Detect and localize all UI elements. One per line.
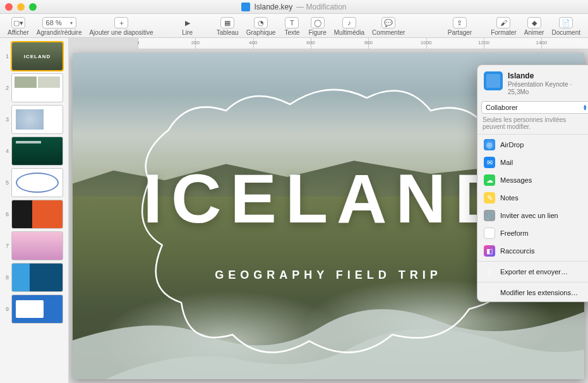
canvas[interactable]: 020040060080010001200140016001700 ICELAN… (69, 38, 588, 383)
slide-thumb-7[interactable]: 7 (0, 230, 68, 262)
permission-row[interactable]: Seules les personnes invitées peuvent mo… (483, 116, 588, 130)
ruler-tick-label: 200 (191, 40, 200, 46)
share-edit-extensions[interactable]: ⋯Modifier les extensions… (477, 284, 588, 301)
document-button[interactable]: 📄 Document (548, 17, 584, 37)
collaborate-select[interactable]: Collaborer ▴▾ (481, 101, 588, 114)
document-filename: Islande.key (254, 3, 292, 11)
slide-thumb-4[interactable]: 4 (0, 135, 68, 167)
fullscreen-window-icon[interactable] (29, 3, 37, 11)
share-export[interactable]: ⤴Exporter et envoyer… (477, 263, 588, 281)
share-doc-name: Islande (508, 71, 588, 80)
text-icon: T (285, 17, 299, 28)
shape-button[interactable]: ◯ Figure (304, 17, 330, 37)
share-popover: Islande Présentation Keynote · 25,3Mo Co… (477, 64, 588, 302)
keynote-app-icon (484, 71, 503, 90)
share-mail[interactable]: ✉Mail (477, 154, 588, 171)
slide-thumb-8[interactable]: 8 (0, 262, 68, 293)
ruler-tick-label: 600 (306, 40, 315, 46)
shape-icon: ◯ (311, 17, 325, 28)
airdrop-icon: ◎ (484, 139, 495, 150)
slide-thumb-1[interactable]: 1 ICELAND (0, 40, 68, 72)
keynote-file-icon (241, 3, 250, 11)
link-icon: 🔗 (484, 210, 495, 221)
slide-thumb-2[interactable]: 2 (0, 72, 68, 104)
play-button[interactable]: ▶ Lire (175, 17, 200, 37)
document-icon: 📄 (559, 17, 573, 28)
share-popover-header: Islande Présentation Keynote · 25,3Mo (477, 65, 588, 101)
plus-icon: ＋ (114, 17, 128, 28)
document-mode: — Modification (296, 3, 346, 11)
zoom-select[interactable]: 68 %▾ Agrandir/réduire (33, 17, 86, 37)
animate-button[interactable]: ◆ Animer (520, 17, 548, 37)
mail-icon: ✉ (484, 157, 495, 168)
slide-thumb-3[interactable]: 3 (0, 104, 68, 135)
animate-icon: ◆ (527, 17, 541, 28)
table-button[interactable]: ▦ Tableau (213, 17, 243, 37)
ellipsis-icon: ⋯ (484, 287, 495, 298)
horizontal-ruler: 020040060080010001200140016001700 (138, 38, 588, 49)
share-invite-link[interactable]: 🔗Inviter avec un lien (477, 207, 588, 224)
text-button[interactable]: T Texte (279, 17, 304, 37)
share-messages[interactable]: ☁Messages (477, 171, 588, 189)
chart-icon: ◔ (254, 17, 268, 28)
comment-icon: 💬 (381, 17, 395, 28)
toolbar: ▢▾ Afficher 68 %▾ Agrandir/réduire ＋ Ajo… (0, 14, 588, 38)
share-button[interactable]: ⇪ Partager (444, 17, 476, 37)
format-button[interactable]: 🖌 Formater (487, 17, 520, 37)
shortcuts-icon: ◧ (484, 245, 495, 257)
slide-thumb-6[interactable]: 6 (0, 198, 68, 230)
messages-icon: ☁ (484, 174, 495, 186)
media-icon: ♪ (342, 17, 356, 28)
ruler-tick-label: 0 (138, 40, 139, 46)
updown-chevron-icon: ▴▾ (584, 104, 587, 111)
window-titlebar: Islande.key — Modification (0, 0, 588, 14)
traffic-lights (5, 3, 37, 11)
slide-navigator[interactable]: 1 ICELAND 2 3 4 5 6 7 8 9 (0, 38, 69, 383)
play-icon: ▶ (181, 17, 195, 28)
chevron-down-icon: ▾ (70, 20, 73, 26)
chart-button[interactable]: ◔ Graphique (243, 17, 280, 37)
share-freeform[interactable]: 〰Freeform (477, 224, 588, 242)
thumb-image: ICELAND (11, 42, 63, 71)
ruler-tick-label: 1000 (421, 40, 432, 46)
export-icon: ⤴ (484, 266, 495, 277)
ruler-tick-label: 800 (364, 40, 373, 46)
ruler-tick-label: 1400 (536, 40, 547, 46)
share-airdrop[interactable]: ◎AirDrop (477, 136, 588, 154)
slide-thumb-5[interactable]: 5 (0, 167, 68, 198)
ruler-tick-label: 1200 (478, 40, 489, 46)
ruler-tick-label: 400 (249, 40, 257, 46)
share-notes[interactable]: ✎Notes (477, 189, 588, 207)
notes-icon: ✎ (484, 192, 495, 204)
share-doc-meta: Présentation Keynote · 25,3Mo (508, 81, 588, 96)
format-icon: 🖌 (496, 17, 510, 28)
minimize-window-icon[interactable] (17, 3, 25, 11)
add-slide-button[interactable]: ＋ Ajouter une diapositive (85, 17, 157, 37)
close-window-icon[interactable] (5, 3, 13, 11)
slide-thumb-9[interactable]: 9 (0, 293, 68, 325)
view-icon: ▢▾ (11, 17, 25, 28)
share-icon: ⇪ (453, 17, 467, 28)
view-button[interactable]: ▢▾ Afficher (4, 17, 33, 37)
media-button[interactable]: ♪ Multimédia (330, 17, 368, 37)
freeform-icon: 〰 (484, 228, 495, 239)
share-shortcuts[interactable]: ◧Raccourcis (477, 242, 588, 260)
window-title: Islande.key — Modification (37, 3, 551, 11)
table-icon: ▦ (220, 17, 234, 28)
comment-button[interactable]: 💬 Commenter (368, 17, 409, 37)
